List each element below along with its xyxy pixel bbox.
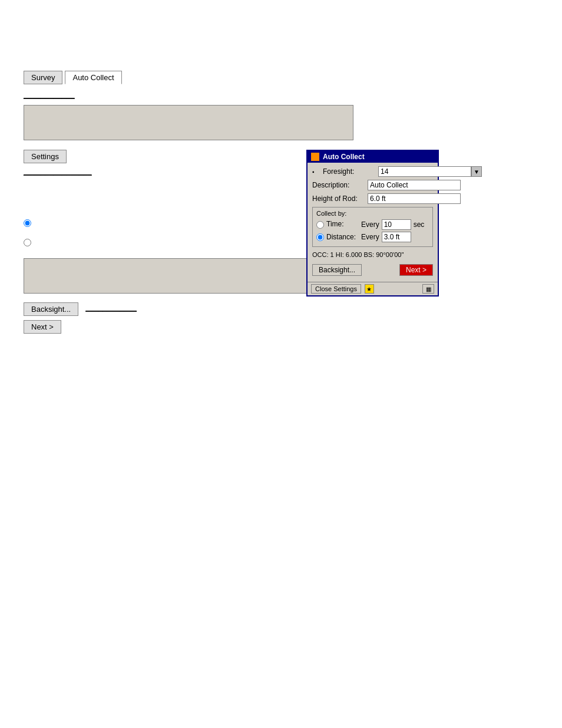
radio-item-1 xyxy=(24,219,306,227)
dialog-title: Auto Collect xyxy=(323,153,365,161)
collect-by-distance-row: Distance: Every xyxy=(316,232,429,242)
collect-by-group: Collect by: Time: Every sec Distance: Ev… xyxy=(312,207,433,247)
radio-2[interactable] xyxy=(24,239,31,246)
settings-area: Settings ________________ Auto Collect xyxy=(24,150,538,246)
radio-group xyxy=(24,219,306,246)
link-1[interactable]: ____________ xyxy=(24,90,75,99)
collect-by-time-every-label: Every xyxy=(361,220,379,229)
next-button[interactable]: Next > xyxy=(24,320,61,334)
description-input[interactable] xyxy=(368,180,461,190)
foresight-checkbox-icon: ▪ xyxy=(312,169,320,175)
collect-by-distance-every-label: Every xyxy=(361,233,379,241)
foresight-dropdown-arrow[interactable]: ▼ xyxy=(471,166,482,177)
bottom-btn-row-1: Backsight... ____________ xyxy=(24,301,353,318)
bottom-section: Backsight... ____________ Next > xyxy=(24,258,353,334)
dialog-title-icon xyxy=(311,153,319,161)
description-label: Description: xyxy=(312,181,365,189)
bottom-buttons: Backsight... ____________ Next > xyxy=(24,301,353,334)
occ-info: OCC: 1 HI: 6.000 BS: 90°00'00" xyxy=(312,250,433,259)
foresight-input-wrapper: ▼ xyxy=(378,166,482,177)
bottom-info-box xyxy=(24,258,353,294)
foresight-row: ▪ Foresight: ▼ xyxy=(312,166,433,177)
dialog-footer: Close Settings ★ ▦ xyxy=(308,282,438,295)
height-of-rod-row: Height of Rod: xyxy=(312,193,433,204)
height-of-rod-input[interactable] xyxy=(368,193,461,204)
collect-by-time-input[interactable] xyxy=(382,219,411,230)
dialog-buttons: Backsight... Next > xyxy=(312,264,433,276)
collect-by-distance-label: Distance: xyxy=(326,233,359,241)
footer-star-icon[interactable]: ★ xyxy=(365,284,374,294)
backsight-button[interactable]: Backsight... xyxy=(24,302,78,316)
dialog-body: ▪ Foresight: ▼ Description: Height of Ro… xyxy=(308,163,438,282)
collect-by-time-radio[interactable] xyxy=(316,221,324,229)
footer-icon2[interactable]: ▦ xyxy=(422,284,434,294)
collect-by-time-row: Time: Every sec xyxy=(316,219,429,230)
bottom-link[interactable]: ____________ xyxy=(85,303,137,312)
description-row: Description: xyxy=(312,180,433,190)
dialog-title-bar: Auto Collect xyxy=(308,151,438,163)
bottom-btn-row-2: Next > xyxy=(24,320,353,334)
tab-bar: Survey Auto Collect xyxy=(24,71,538,84)
close-settings-button[interactable]: Close Settings xyxy=(311,284,361,294)
settings-left-panel: Settings ________________ xyxy=(24,150,306,246)
collect-by-title: Collect by: xyxy=(316,210,429,217)
auto-collect-dialog: Auto Collect ▪ Foresight: ▼ Description: xyxy=(306,150,439,297)
foresight-label: Foresight: xyxy=(323,167,376,176)
collect-by-time-unit: sec xyxy=(414,220,425,229)
radio-item-2 xyxy=(24,239,306,246)
foresight-input[interactable] xyxy=(378,166,471,177)
collect-by-distance-input[interactable] xyxy=(382,232,411,242)
settings-button[interactable]: Settings xyxy=(24,150,67,163)
tab-survey[interactable]: Survey xyxy=(24,71,62,84)
dialog-next-button[interactable]: Next > xyxy=(399,264,433,276)
height-of-rod-label: Height of Rod: xyxy=(312,195,365,203)
tab-auto-collect[interactable]: Auto Collect xyxy=(65,71,121,84)
settings-link[interactable]: ________________ xyxy=(24,167,92,176)
top-info-box xyxy=(24,105,353,140)
dialog-backsight-button[interactable]: Backsight... xyxy=(312,264,362,276)
collect-by-time-label: Time: xyxy=(326,220,359,228)
radio-1[interactable] xyxy=(24,219,31,227)
collect-by-distance-radio[interactable] xyxy=(316,233,324,241)
